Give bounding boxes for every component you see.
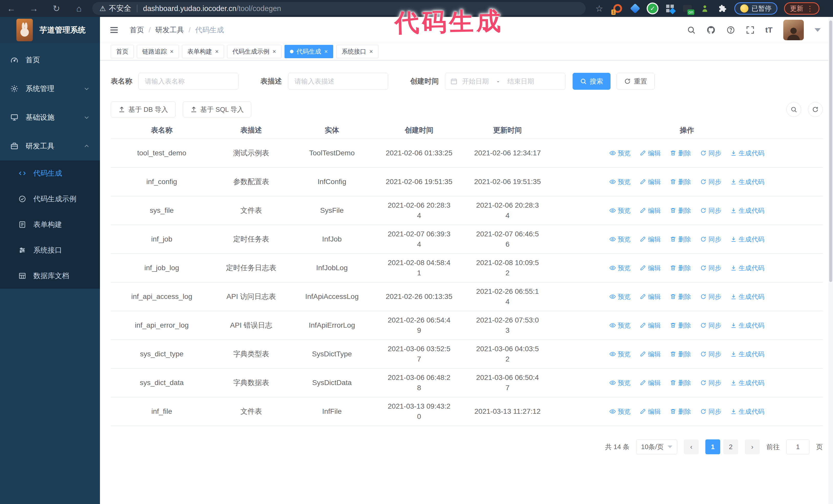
home-icon[interactable]: ⌂: [68, 4, 90, 14]
sidebar-submenu-item[interactable]: 系统接口: [0, 237, 100, 263]
row-action-link[interactable]: 预览: [610, 320, 630, 331]
row-action-link[interactable]: 同步: [700, 263, 721, 273]
sidebar-submenu-item[interactable]: 代码生成: [0, 161, 100, 186]
grid-extension-icon[interactable]: [665, 3, 675, 14]
row-action-link[interactable]: 编辑: [640, 349, 661, 359]
sidebar-menu-item[interactable]: 首页: [0, 46, 100, 74]
orange-circle-extension-icon[interactable]: 1: [612, 3, 623, 14]
page-scrollbar[interactable]: [828, 17, 833, 504]
import-db-button[interactable]: 基于 DB 导入: [111, 101, 175, 117]
sidebar-menu-item[interactable]: 基础设施: [0, 103, 100, 132]
row-action-link[interactable]: 删除: [670, 263, 691, 273]
row-action-link[interactable]: 预览: [610, 148, 630, 158]
insecure-warning-icon[interactable]: ⚠: [99, 4, 106, 13]
row-action-link[interactable]: 编辑: [640, 320, 661, 331]
row-action-link[interactable]: 编辑: [640, 234, 661, 244]
row-action-link[interactable]: 编辑: [640, 291, 661, 302]
row-action-link[interactable]: 预览: [610, 263, 630, 273]
end-date-placeholder[interactable]: 结束日期: [507, 77, 534, 86]
blue-gem-extension-icon[interactable]: [630, 3, 641, 14]
row-action-link[interactable]: 删除: [670, 349, 691, 359]
page-size-select[interactable]: 10条/页: [636, 439, 677, 454]
sidebar-menu-item[interactable]: 系统管理: [0, 74, 100, 103]
on-badge-extension-icon[interactable]: on: [682, 3, 693, 14]
green-bot-extension-icon[interactable]: [699, 3, 710, 14]
row-action-link[interactable]: 生成代码: [731, 320, 764, 331]
row-action-link[interactable]: 同步: [700, 177, 721, 187]
row-action-link[interactable]: 同步: [700, 406, 721, 416]
breadcrumb-item[interactable]: /研发工具: [144, 25, 184, 35]
prev-page-button[interactable]: ‹: [684, 439, 699, 454]
row-action-link[interactable]: 删除: [670, 148, 691, 158]
row-action-link[interactable]: 生成代码: [731, 177, 764, 187]
row-action-link[interactable]: 同步: [700, 205, 721, 216]
browser-menu-dots-icon[interactable]: ⋮: [806, 4, 813, 13]
view-tab[interactable]: 代码生成 ×: [285, 45, 333, 58]
view-tab[interactable]: 表单构建 ×: [182, 45, 224, 58]
row-action-link[interactable]: 生成代码: [731, 205, 764, 216]
address-bar[interactable]: ⚠ 不安全 dashboard.yudao.iocoder.cn/tool/co…: [92, 2, 586, 15]
row-action-link[interactable]: 编辑: [640, 148, 661, 158]
page-number-button[interactable]: 2: [723, 439, 738, 454]
row-action-link[interactable]: 同步: [700, 378, 721, 388]
row-action-link[interactable]: 生成代码: [731, 291, 764, 302]
help-icon[interactable]: [727, 26, 735, 34]
row-action-link[interactable]: 删除: [670, 291, 691, 302]
row-action-link[interactable]: 预览: [610, 406, 630, 416]
row-action-link[interactable]: 预览: [610, 378, 630, 388]
date-range-picker[interactable]: 开始日期 - 结束日期: [445, 73, 565, 90]
next-page-button[interactable]: ›: [745, 439, 760, 454]
tab-close-icon[interactable]: ×: [272, 48, 276, 55]
refresh-table-button[interactable]: [808, 102, 823, 117]
row-action-link[interactable]: 预览: [610, 349, 630, 359]
row-action-link[interactable]: 生成代码: [731, 378, 764, 388]
sidebar-submenu-item[interactable]: 数据库文档: [0, 263, 100, 289]
row-action-link[interactable]: 删除: [670, 320, 691, 331]
font-size-icon[interactable]: tT: [765, 26, 772, 34]
row-action-link[interactable]: 生成代码: [731, 406, 764, 416]
row-action-link[interactable]: 删除: [670, 406, 691, 416]
row-action-link[interactable]: 生成代码: [731, 148, 764, 158]
green-check-extension-icon[interactable]: ✓: [647, 3, 658, 14]
sidebar-submenu-item[interactable]: 代码生成示例: [0, 186, 100, 212]
tab-close-icon[interactable]: ×: [369, 48, 373, 55]
github-icon[interactable]: [706, 25, 716, 34]
import-sql-button[interactable]: 基于 SQL 导入: [183, 101, 252, 117]
row-action-link[interactable]: 编辑: [640, 263, 661, 273]
tab-close-icon[interactable]: ×: [324, 48, 328, 55]
breadcrumb-item[interactable]: /代码生成: [184, 25, 224, 35]
user-avatar[interactable]: [783, 20, 804, 40]
row-action-link[interactable]: 同步: [700, 291, 721, 302]
view-tab[interactable]: 代码生成示例 ×: [227, 45, 281, 58]
start-date-placeholder[interactable]: 开始日期: [462, 77, 489, 86]
row-action-link[interactable]: 删除: [670, 378, 691, 388]
puzzle-extensions-icon[interactable]: [717, 3, 728, 14]
row-action-link[interactable]: 编辑: [640, 177, 661, 187]
view-tab[interactable]: 链路追踪 ×: [137, 45, 179, 58]
search-button[interactable]: 搜索: [573, 73, 611, 90]
page-number-button[interactable]: 1: [705, 439, 720, 454]
row-action-link[interactable]: 删除: [670, 234, 691, 244]
table-name-input[interactable]: [138, 73, 238, 90]
row-action-link[interactable]: 预览: [610, 234, 630, 244]
update-button[interactable]: 更新 ⋮: [784, 2, 819, 15]
row-action-link[interactable]: 同步: [700, 234, 721, 244]
search-icon[interactable]: [687, 26, 696, 34]
paused-badge[interactable]: 已暂停: [734, 2, 777, 15]
row-action-link[interactable]: 同步: [700, 349, 721, 359]
row-action-link[interactable]: 预览: [610, 177, 630, 187]
row-action-link[interactable]: 编辑: [640, 205, 661, 216]
view-tab[interactable]: 首页: [111, 45, 134, 58]
row-action-link[interactable]: 生成代码: [731, 263, 764, 273]
reset-button[interactable]: 重置: [617, 73, 654, 90]
bookmark-star-icon[interactable]: ☆: [593, 3, 606, 14]
sidebar-submenu-item[interactable]: 表单构建: [0, 212, 100, 237]
row-action-link[interactable]: 预览: [610, 291, 630, 302]
row-action-link[interactable]: 生成代码: [731, 234, 764, 244]
avatar-caret-icon[interactable]: [814, 28, 821, 32]
row-action-link[interactable]: 同步: [700, 148, 721, 158]
reload-icon[interactable]: ↻: [45, 3, 68, 14]
sidebar-menu-item[interactable]: 研发工具: [0, 132, 100, 161]
back-icon[interactable]: ←: [0, 4, 23, 14]
row-action-link[interactable]: 预览: [610, 205, 630, 216]
